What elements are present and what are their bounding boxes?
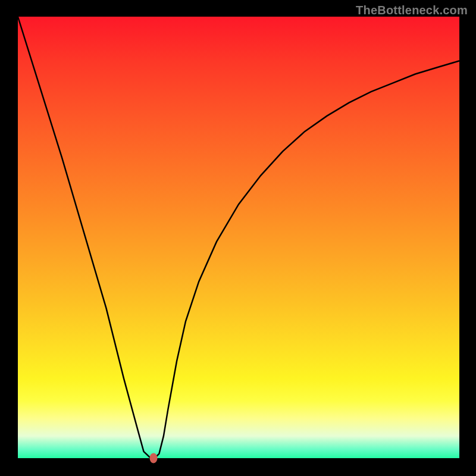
bottleneck-curve — [18, 17, 459, 458]
watermark-text: TheBottleneck.com — [356, 4, 468, 17]
plot-area — [18, 17, 459, 458]
minimum-marker — [149, 453, 157, 464]
chart-frame: TheBottleneck.com — [0, 0, 476, 476]
curve-path — [18, 17, 459, 458]
